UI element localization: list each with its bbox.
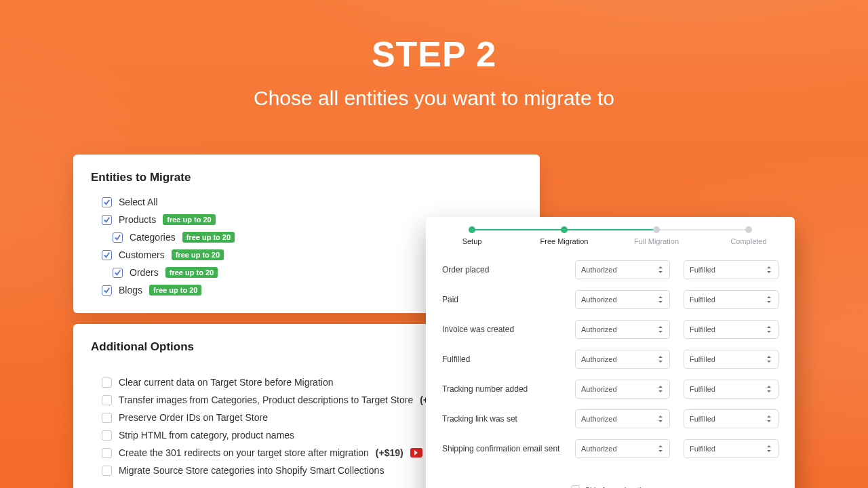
caret-icon <box>657 266 664 273</box>
caret-icon <box>657 445 664 452</box>
status-select-a[interactable]: Authorized <box>575 439 670 458</box>
step-label: Free Migration <box>540 237 589 245</box>
status-select-b[interactable]: Fulfilled <box>684 350 778 369</box>
check-label: Products <box>119 214 156 225</box>
checkbox-icon <box>113 232 123 243</box>
caret-icon <box>766 326 772 333</box>
map-label: Shipping confirmation email sent <box>442 444 561 453</box>
option-label: Clear current data on Target Store befor… <box>119 377 333 388</box>
status-select-b[interactable]: Fulfilled <box>684 439 778 458</box>
map-row: Paid Authorized Fulfilled <box>442 285 778 314</box>
option-label: Migrate Source Store categories into Sho… <box>119 465 384 476</box>
map-label: Invoice was created <box>442 325 561 334</box>
youtube-icon[interactable] <box>410 448 422 458</box>
step-setup[interactable]: Setup <box>426 226 518 245</box>
page-title: STEP 2 <box>0 34 868 75</box>
caret-icon <box>766 296 772 303</box>
checkbox-icon <box>102 466 112 476</box>
checkbox-icon <box>102 197 112 207</box>
option-label: Transfer images from Categories, Product… <box>119 394 413 405</box>
caret-icon <box>657 386 664 392</box>
free-badge: free up to 20 <box>172 249 224 260</box>
map-label: Fulfilled <box>442 354 561 364</box>
caret-icon <box>657 326 664 333</box>
check-label: Blogs <box>119 285 142 296</box>
checkbox-icon <box>102 448 112 458</box>
map-row: Fulfilled Authorized Fulfilled <box>442 344 778 374</box>
map-label: Tracking number added <box>442 384 561 394</box>
entities-heading: Entities to Migrate <box>91 171 522 184</box>
step-label: Setup <box>462 237 482 245</box>
skip-free-migration[interactable]: Skip free migration <box>426 485 795 488</box>
option-label: Create the 301 redirects on your target … <box>119 447 369 458</box>
status-select-a[interactable]: Authorized <box>575 290 670 309</box>
option-upsell: (+$19) <box>376 447 403 458</box>
check-label: Select All <box>119 197 158 207</box>
status-select-b[interactable]: Fulfilled <box>684 320 778 339</box>
wizard-card: Setup Free Migration Full Migration Comp… <box>426 217 795 488</box>
caret-icon <box>766 266 772 273</box>
status-select-b[interactable]: Fulfilled <box>684 409 778 428</box>
checkbox-icon <box>102 285 112 296</box>
caret-icon <box>766 356 772 363</box>
free-badge: free up to 20 <box>182 232 235 243</box>
map-label: Paid <box>442 295 561 304</box>
status-select-a[interactable]: Authorized <box>575 380 670 399</box>
checkbox-icon <box>102 430 112 441</box>
status-select-b[interactable]: Fulfilled <box>684 260 778 279</box>
checkbox-icon <box>102 250 112 260</box>
check-select-all[interactable]: Select All <box>102 197 522 207</box>
free-badge: free up to 20 <box>163 214 215 225</box>
checkbox-icon <box>102 378 112 388</box>
caret-icon <box>657 415 664 422</box>
status-select-a[interactable]: Authorized <box>575 350 670 369</box>
status-select-a[interactable]: Authorized <box>575 320 670 339</box>
checkbox-icon <box>102 395 112 405</box>
caret-icon <box>766 445 772 452</box>
map-row: Tracking link was set Authorized Fulfill… <box>442 404 778 434</box>
check-label: Categories <box>130 232 176 243</box>
map-label: Order placed <box>442 265 561 274</box>
stepper: Setup Free Migration Full Migration Comp… <box>426 217 795 251</box>
caret-icon <box>657 296 664 303</box>
checkbox-icon <box>102 413 112 423</box>
skip-label: Skip free migration <box>585 486 650 489</box>
checkbox-icon <box>113 268 123 278</box>
checkbox-icon <box>571 485 580 488</box>
status-select-b[interactable]: Fulfilled <box>684 290 778 309</box>
page-subtitle: Chose all entities you want to migrate t… <box>0 87 868 110</box>
status-select-b[interactable]: Fulfilled <box>684 380 778 399</box>
status-mapping-table: Order placed Authorized Fulfilled Paid A… <box>426 251 795 479</box>
map-row: Shipping confirmation email sent Authori… <box>442 434 778 464</box>
map-label: Tracking link was set <box>442 414 561 424</box>
step-label: Full Migration <box>634 237 679 245</box>
step-label: Completed <box>730 237 766 245</box>
option-label: Preserve Order IDs on Target Store <box>119 412 268 423</box>
map-row: Invoice was created Authorized Fulfilled <box>442 314 778 344</box>
status-select-a[interactable]: Authorized <box>575 409 670 428</box>
map-row: Order placed Authorized Fulfilled <box>442 255 778 285</box>
option-label: Strip HTML from category, product names <box>119 430 294 441</box>
map-row: Tracking number added Authorized Fulfill… <box>442 374 778 404</box>
check-label: Customers <box>119 249 165 260</box>
caret-icon <box>766 415 772 422</box>
checkbox-icon <box>102 215 112 225</box>
caret-icon <box>657 356 664 363</box>
caret-icon <box>766 386 772 392</box>
free-badge: free up to 20 <box>165 267 218 278</box>
check-label: Orders <box>130 267 159 278</box>
status-select-a[interactable]: Authorized <box>575 260 670 279</box>
free-badge: free up to 20 <box>149 285 201 296</box>
